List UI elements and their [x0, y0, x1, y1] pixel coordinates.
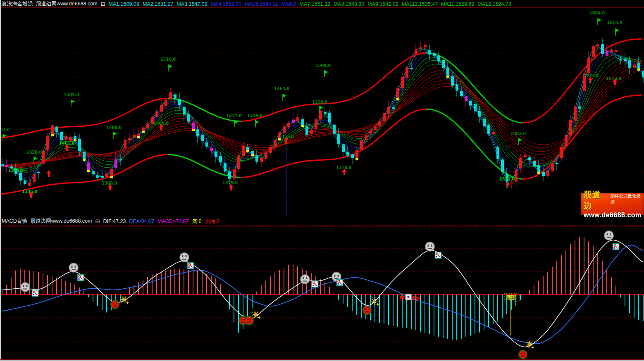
value-segment: MA8:1548.80 — [334, 1, 364, 7]
value-segment: 底:0 — [192, 218, 201, 224]
candles-layer — [1, 38, 644, 189]
flag-icon — [598, 18, 601, 22]
price-label: 1400.0 — [106, 124, 122, 130]
up-arrow-icon — [109, 187, 111, 191]
price-label: 1371.0 — [499, 176, 515, 182]
price-label: 1418.0 — [247, 112, 262, 119]
price-label: 1520.0 — [312, 99, 327, 105]
price-annotations: 81.01328.01405.01461.01374.01336.01400.0… — [0, 10, 622, 198]
value-segment: MA4:1552.00 — [211, 1, 241, 7]
price-label: 1604.0 — [589, 10, 605, 16]
smiley-top-icon — [21, 283, 30, 292]
up-arrow-icon — [343, 172, 345, 176]
value-segment: MA9:1542.02 — [367, 1, 398, 7]
app-window: 波浪淘金增强 股道边网www.de6688.com ⊟ MA1:1509.09M… — [0, 0, 644, 361]
up-arrow-icon — [48, 173, 50, 177]
flag-icon — [255, 120, 259, 124]
price-label: 81.0 — [0, 126, 10, 133]
price-label: 1508.0 — [315, 62, 331, 68]
price-label: 1614.0 — [607, 19, 622, 25]
up-arrow-icon — [507, 185, 508, 189]
frown-bottom-icon — [519, 350, 527, 359]
price-label: 1464.0 — [274, 85, 289, 91]
flag-icon — [113, 132, 117, 135]
period-collapse-icon[interactable]: ⊟ — [101, 1, 105, 7]
price-label: 1336.0 — [22, 188, 37, 194]
flag-icon — [34, 157, 38, 160]
up-arrow-icon — [589, 80, 591, 84]
smiley-top-icon — [604, 231, 613, 240]
brand-name: 股道边 — [584, 189, 609, 211]
up-arrow-icon — [30, 195, 32, 198]
macd-title: MACD背驰 — [2, 218, 27, 225]
smiley-top-icon — [301, 275, 310, 284]
brand-tagline: 指标公式量化资源 — [611, 193, 644, 205]
flag-icon — [615, 28, 619, 32]
site-link[interactable]: 股道边网www.de6688.com — [36, 0, 98, 7]
frown-bottom-icon — [363, 306, 371, 314]
frown-bottom-icon — [245, 316, 253, 325]
chart-left-border — [0, 0, 1, 361]
up-arrow-icon — [230, 187, 232, 191]
smiley-top-icon — [425, 242, 434, 251]
up-arrow-icon — [66, 147, 68, 151]
value-segment: MA7:1551.22 — [300, 1, 330, 7]
period-collapse-icon[interactable]: ⊟ — [95, 218, 100, 224]
macd-values: DIF:47.23DEA:84.67MACD:-74.87底:0加油:0 — [103, 217, 222, 225]
value-segment: MA3:1547.09 — [177, 1, 207, 7]
value-segment: MA15:1554.11 — [245, 1, 278, 7]
flag-icon — [283, 94, 286, 97]
macd-site-link[interactable]: 股道边网www.de6688.com — [31, 218, 92, 225]
price-label: 1516.0 — [160, 56, 176, 62]
flag-icon — [324, 70, 328, 74]
brand-url[interactable]: www.de6688.com — [584, 211, 644, 219]
up-arrow-icon — [160, 127, 162, 131]
price-label: 1328.0 — [26, 149, 42, 155]
price-label: 1417.0 — [226, 112, 241, 119]
price-label: 1383.0 — [510, 130, 526, 136]
value-segment: DIF:47.23 — [103, 218, 126, 224]
up-arrow-icon — [285, 140, 287, 144]
brand-row: 股道边 指标公式量化资源 — [584, 189, 644, 211]
signal-text: 底部 — [506, 294, 517, 301]
value-segment: MA2:1531.27 — [143, 1, 173, 7]
flag-icon — [169, 64, 172, 68]
macd-pane: 空中加油底部 — [0, 226, 644, 359]
main-pane: 81.01328.01405.01461.01374.01336.01400.0… — [0, 10, 644, 216]
up-arrow-icon — [614, 82, 616, 86]
value-segment: MACD:-74.87 — [157, 218, 189, 224]
smiley-top-icon — [180, 253, 189, 262]
chart-canvas[interactable]: 81.01328.01405.01461.01374.01336.01400.0… — [0, 0, 644, 361]
value-segment: DEA:84.67 — [129, 218, 154, 224]
price-label: 1405.0 — [64, 91, 79, 97]
price-label: 1378.0 — [336, 164, 351, 170]
frown-bottom-icon — [111, 300, 119, 309]
value-segment: MA11:1529.69 — [441, 1, 474, 7]
indicator-title: 波浪淘金增强 — [2, 0, 33, 7]
flag-icon — [518, 138, 522, 142]
value-segment: MA1:1509.09 — [109, 1, 139, 7]
flag-icon — [71, 100, 75, 103]
ma-values: MA1:1509.09MA2:1531.27MA3:1547.09MA4:155… — [109, 0, 515, 7]
price-label: 1614.0 — [606, 75, 621, 81]
up-arrow-icon — [47, 170, 51, 173]
price-label: 1379.0 — [222, 179, 238, 185]
flag-icon — [320, 106, 323, 109]
value-segment: MA12:1524.73 — [477, 1, 511, 7]
value-segment: 加油:0 — [205, 218, 219, 224]
dif-line — [0, 240, 643, 347]
main-chart-header: 波浪淘金增强 股道边网www.de6688.com ⊟ MA1:1509.09M… — [0, 0, 644, 8]
value-segment: MA6:0 — [281, 1, 296, 7]
value-segment: MA113:1535.47 — [402, 1, 438, 7]
smiley-top-icon — [69, 263, 78, 272]
price-label: 1374.0 — [8, 167, 24, 173]
brand-banner[interactable]: 股道边 指标公式量化资源 www.de6688.com — [581, 193, 644, 215]
macd-header: MACD背驰 股道边网www.de6688.com ⊟ DIF:47.23DEA… — [0, 217, 644, 226]
